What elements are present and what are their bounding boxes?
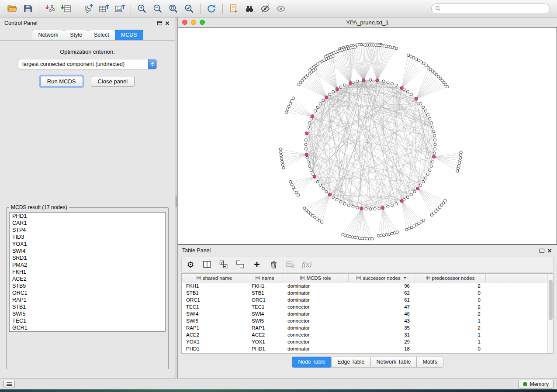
table-cell[interactable]: 18 xyxy=(349,346,415,351)
table-cell[interactable]: dominator xyxy=(283,290,349,296)
tab-network[interactable]: Network xyxy=(32,30,64,40)
table-cell[interactable]: 0 xyxy=(415,290,486,296)
table-cell[interactable]: STB1 xyxy=(247,290,283,296)
mcds-node-item[interactable]: SRD1 xyxy=(10,254,165,261)
column-header-mcds-role[interactable]: MCDS role xyxy=(283,274,349,282)
tab-network-table[interactable]: Network Table xyxy=(370,357,417,368)
dominator-node[interactable] xyxy=(400,199,403,203)
mcds-node-item[interactable]: SWI5 xyxy=(10,310,165,317)
export-network-button[interactable] xyxy=(80,2,96,16)
table-cell[interactable]: 96 xyxy=(349,283,415,289)
mcds-node-item[interactable]: TID3 xyxy=(10,234,165,241)
table-cell[interactable]: 46 xyxy=(349,311,415,316)
network-graph[interactable] xyxy=(178,28,557,244)
table-cell[interactable]: dominator xyxy=(283,346,349,351)
save-session-button[interactable] xyxy=(20,2,36,16)
table-cell[interactable]: connector xyxy=(283,304,349,309)
mcds-node-item[interactable]: PMA2 xyxy=(10,261,165,268)
mcds-node-item[interactable]: TEC1 xyxy=(10,317,165,324)
table-cell[interactable]: dominator xyxy=(283,311,349,316)
table-row[interactable]: RAP1RAP1dominator352 xyxy=(182,324,553,331)
table-cell[interactable]: ORC1 xyxy=(247,297,283,303)
table-row[interactable]: SWI4SWI4dominator462 xyxy=(182,310,553,317)
table-cell[interactable]: connector xyxy=(283,318,349,323)
new-network-from-selection-button[interactable] xyxy=(226,2,242,16)
table-cell[interactable]: 43 xyxy=(349,318,415,323)
mcds-node-item[interactable]: CAR1 xyxy=(10,220,165,227)
table-cell[interactable]: SWI4 xyxy=(182,311,247,316)
dominator-node[interactable] xyxy=(349,82,352,85)
export-image-button[interactable] xyxy=(112,2,128,16)
table-cell[interactable]: 2 xyxy=(415,304,486,309)
search-field[interactable] xyxy=(431,3,550,14)
zoom-in-button[interactable] xyxy=(134,2,150,16)
table-cell[interactable]: connector xyxy=(283,332,349,337)
table-cell[interactable]: STB1 xyxy=(182,290,247,296)
mcds-node-item[interactable]: STP4 xyxy=(10,227,165,234)
mcds-result-list[interactable]: PHD1CAR1STP4TID3YOX1SWI4SRD1PMA2FKH1ACE2… xyxy=(9,212,166,332)
table-row[interactable]: PHD1PHD1dominator180 xyxy=(182,345,553,352)
settings-gear-icon[interactable]: ⚙ xyxy=(185,259,196,270)
dominator-node[interactable] xyxy=(362,79,365,82)
table-row[interactable]: SWI5SWI5connector431 xyxy=(182,317,553,324)
table-cell[interactable]: 1 xyxy=(415,332,486,337)
dominator-node[interactable] xyxy=(305,132,308,135)
import-network-button[interactable] xyxy=(42,2,58,16)
table-cell[interactable]: TEC1 xyxy=(247,304,283,309)
export-table-button[interactable] xyxy=(96,2,112,16)
table-cell[interactable]: 0 xyxy=(415,346,486,351)
dominator-node[interactable] xyxy=(325,96,328,99)
table-scrollbar[interactable] xyxy=(547,274,553,353)
table-cell[interactable]: dominator xyxy=(283,325,349,330)
dominator-node[interactable] xyxy=(415,97,418,100)
first-neighbors-button[interactable] xyxy=(242,2,257,16)
table-cell[interactable]: RAP1 xyxy=(247,325,283,330)
table-cell[interactable]: dominator xyxy=(283,283,349,289)
column-visibility-button[interactable] xyxy=(202,259,212,270)
deselect-all-button[interactable] xyxy=(235,259,246,270)
table-cell[interactable]: 35 xyxy=(349,325,415,330)
select-all-button[interactable] xyxy=(218,259,229,270)
dominator-node[interactable] xyxy=(432,155,436,158)
column-header-successor-nodes[interactable]: successor nodes xyxy=(349,274,415,282)
table-row[interactable]: ORC1ORC1dominator610 xyxy=(182,296,553,303)
table-cell[interactable]: PHD1 xyxy=(247,346,283,351)
optimization-criterion-select[interactable]: largest connected component (undirected) xyxy=(18,59,157,69)
mcds-node-item[interactable]: SWI4 xyxy=(10,248,165,254)
show-details-button[interactable] xyxy=(273,2,289,16)
network-canvas[interactable] xyxy=(178,27,557,244)
table-cell[interactable]: YOX1 xyxy=(182,339,247,344)
table-row[interactable]: STB1STB1dominator620 xyxy=(182,289,553,296)
zoom-out-button[interactable] xyxy=(150,2,166,16)
table-cell[interactable]: FKH1 xyxy=(247,283,283,289)
refresh-button[interactable] xyxy=(204,2,219,16)
tab-motifs[interactable]: Motifs xyxy=(416,357,443,368)
tab-edge-table[interactable]: Edge Table xyxy=(331,357,370,368)
table-row[interactable]: TEC1TEC1connector472 xyxy=(182,303,553,310)
dominator-node[interactable] xyxy=(328,193,331,196)
table-cell[interactable]: connector xyxy=(283,339,349,344)
tab-select[interactable]: Select xyxy=(88,30,115,40)
table-cell[interactable]: ACE2 xyxy=(182,332,247,337)
table-cell[interactable]: SWI5 xyxy=(182,318,247,323)
table-cell[interactable]: FKH1 xyxy=(182,283,247,289)
import-table-button[interactable] xyxy=(58,2,74,16)
table-row[interactable]: FKH1FKH1dominator962 xyxy=(182,282,553,289)
vertical-splitter[interactable] xyxy=(175,17,178,378)
table-cell[interactable]: 1 xyxy=(415,318,486,323)
zoom-fit-button[interactable] xyxy=(166,2,181,16)
close-panel-button[interactable]: ✕ xyxy=(163,20,171,27)
float-panel-button[interactable] xyxy=(156,20,163,27)
dominator-node[interactable] xyxy=(360,207,363,210)
dominator-node[interactable] xyxy=(305,153,308,156)
table-cell[interactable]: 47 xyxy=(349,304,415,309)
table-cell[interactable]: ACE2 xyxy=(247,332,283,337)
column-header-shared-name[interactable]: shared name xyxy=(182,274,247,282)
delete-column-button[interactable] xyxy=(268,259,279,270)
mcds-node-item[interactable]: YOX1 xyxy=(10,241,165,248)
dominator-node[interactable] xyxy=(313,175,316,178)
memory-button[interactable]: Memory xyxy=(518,380,554,389)
mcds-node-item[interactable]: RAP1 xyxy=(10,296,165,303)
zoom-selected-button[interactable] xyxy=(181,2,197,16)
table-cell[interactable]: RAP1 xyxy=(182,325,247,330)
